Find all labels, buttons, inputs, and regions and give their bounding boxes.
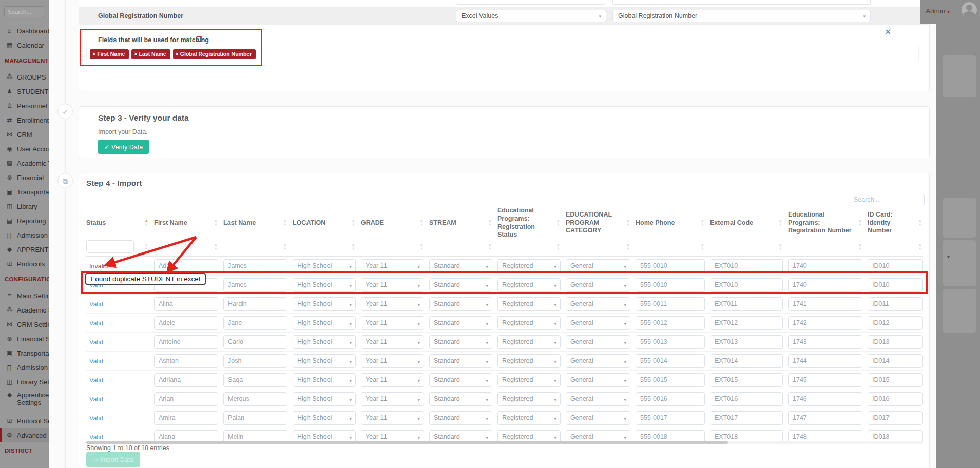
sidebar-item-library[interactable]: ◫Library <box>0 199 49 213</box>
row-3-stream-select[interactable]: Standard▾ <box>429 297 492 311</box>
sort-icons[interactable]: ▲▼ <box>352 219 355 227</box>
check-all-icon[interactable]: ☑ <box>185 35 192 44</box>
row-4-home-phone-input[interactable] <box>636 316 705 330</box>
sidebar-item-students[interactable]: ♟STUDENTS <box>0 84 49 99</box>
row-3-location-select[interactable]: High School▾ <box>293 297 356 311</box>
row-8-last-name-input[interactable] <box>223 392 287 406</box>
column-header-stream[interactable]: STREAM▲▼ <box>429 219 492 227</box>
row-3-program-category-select[interactable]: General▾ <box>566 297 630 311</box>
sort-icons[interactable]: ▲▼ <box>779 243 782 251</box>
row-2-registration-status-select[interactable]: Registered▾ <box>497 278 561 292</box>
sort-icons[interactable]: ▲▼ <box>918 243 922 251</box>
row-4-program-category-select[interactable]: General▾ <box>566 316 630 330</box>
target-dropdown[interactable]: Global Registration Number ▾ <box>612 10 871 22</box>
scrollbar-thumb[interactable] <box>86 441 728 444</box>
sort-icons[interactable]: ▲▼ <box>556 243 560 251</box>
row-4-grade-select[interactable]: Year 11▾ <box>361 316 424 330</box>
table-search-input[interactable] <box>849 193 925 206</box>
sidebar-search-input[interactable] <box>4 6 44 17</box>
row-7-program-category-select[interactable]: General▾ <box>566 373 630 387</box>
sidebar-item-main-settings[interactable]: ≡Main Settings <box>0 288 49 303</box>
sort-icons[interactable]: ▲▼ <box>701 243 704 251</box>
row-3-last-name-input[interactable] <box>223 297 287 311</box>
sidebar-item-protocols[interactable]: ⊞Protocols <box>0 257 49 271</box>
column-header-external-code[interactable]: External Code▲▼ <box>710 219 783 227</box>
row-5-identity-number-input[interactable] <box>868 335 923 349</box>
sort-icons[interactable]: ▲▼ <box>214 219 218 227</box>
row-3-external-code-input[interactable] <box>710 297 783 311</box>
matching-tag-last-name[interactable]: ×Last Name <box>131 49 170 59</box>
tag-remove-icon[interactable]: × <box>134 51 137 57</box>
column-header-educational-programs-registration-number[interactable]: Educational Programs: Registration Numbe… <box>788 211 862 235</box>
column-header-educational-program-category[interactable]: EDUCATIONAL PROGRAM CATEGORY▲▼ <box>566 211 630 235</box>
sort-icons[interactable]: ▲▼ <box>918 219 922 227</box>
row-6-home-phone-input[interactable] <box>636 354 705 368</box>
sidebar-item-apprenticeship[interactable]: ◆APPRENTICESHIP <box>0 242 49 257</box>
row-8-identity-number-input[interactable] <box>868 392 923 406</box>
row-2-stream-select[interactable]: Standard▾ <box>429 278 492 292</box>
sort-icons[interactable]: ▲▼ <box>626 219 630 227</box>
row-6-external-code-input[interactable] <box>710 354 783 368</box>
sidebar-item-dashboard[interactable]: ⌂Dashboard <box>0 24 49 38</box>
column-header-location[interactable]: LOCATION▲▼ <box>293 219 356 227</box>
row-9-identity-number-input[interactable] <box>868 411 923 425</box>
row-1-first-name-input[interactable] <box>154 259 218 273</box>
row-9-stream-select[interactable]: Standard▾ <box>429 411 492 425</box>
row-9-registration-status-select[interactable]: Registered▾ <box>497 411 561 425</box>
row-9-program-category-select[interactable]: General▾ <box>566 411 630 425</box>
column-header-educational-programs-registration-status[interactable]: Educational Programs: Registration Statu… <box>497 207 561 239</box>
column-header-last-name[interactable]: Last Name▲▼ <box>223 219 287 227</box>
row-9-home-phone-input[interactable] <box>636 411 705 425</box>
sidebar-item-library-settings[interactable]: ◫Library Settings <box>0 375 49 389</box>
row-5-external-code-input[interactable] <box>710 335 783 349</box>
row-8-registration-status-select[interactable]: Registered▾ <box>497 392 561 406</box>
row-7-registration-status-select[interactable]: Registered▾ <box>497 373 561 387</box>
birthdate-source-dropdown[interactable] <box>456 0 606 5</box>
row-7-grade-select[interactable]: Year 11▾ <box>361 373 424 387</box>
sidebar-item-apprenticeship-settings[interactable]: ◆Apprenticeship Settings <box>0 389 49 414</box>
column-header-home-phone[interactable]: Home Phone▲▼ <box>636 219 705 227</box>
row-9-grade-select[interactable]: Year 11▾ <box>361 411 424 425</box>
row-6-location-select[interactable]: High School▾ <box>293 354 356 368</box>
row-9-registration-number-input[interactable] <box>788 411 862 425</box>
row-7-identity-number-input[interactable] <box>868 373 923 387</box>
row-3-registration-number-input[interactable] <box>788 297 862 311</box>
sort-icons[interactable]: ▲▼ <box>420 219 424 227</box>
row-1-registration-number-input[interactable] <box>788 259 862 273</box>
source-dropdown[interactable]: Excel Values ▾ <box>456 10 606 22</box>
column-header-grade[interactable]: GRADE▲▼ <box>361 219 424 227</box>
row-4-stream-select[interactable]: Standard▾ <box>429 316 492 330</box>
row-7-stream-select[interactable]: Standard▾ <box>429 373 492 387</box>
sidebar-item-reporting[interactable]: ▤Reporting <box>0 213 49 228</box>
sidebar-item-admission[interactable]: ∏Admission <box>0 228 49 242</box>
sort-icons[interactable]: ▲▼ <box>214 243 218 251</box>
birthdate-target-dropdown[interactable] <box>612 0 871 5</box>
row-3-registration-status-select[interactable]: Registered▾ <box>497 297 561 311</box>
row-1-external-code-input[interactable] <box>710 259 783 273</box>
row-6-last-name-input[interactable] <box>223 354 287 368</box>
sort-icons[interactable]: ▲▼ <box>701 219 704 227</box>
row-1-location-select[interactable]: High School▾ <box>293 259 356 273</box>
row-2-registration-number-input[interactable] <box>788 278 862 292</box>
row-4-external-code-input[interactable] <box>710 316 783 330</box>
row-6-registration-status-select[interactable]: Registered▾ <box>497 354 561 368</box>
row-4-registration-number-input[interactable] <box>788 316 862 330</box>
sort-icons[interactable]: ▲▼ <box>283 219 287 227</box>
row-2-home-phone-input[interactable] <box>636 278 705 292</box>
row-8-home-phone-input[interactable] <box>636 392 705 406</box>
row-8-registration-number-input[interactable] <box>788 392 862 406</box>
row-5-registration-status-select[interactable]: Registered▾ <box>497 335 561 349</box>
sidebar-item-academic-tasks[interactable]: ▩Academic Tasks <box>0 156 49 170</box>
row-7-home-phone-input[interactable] <box>636 373 705 387</box>
row-4-last-name-input[interactable] <box>223 316 287 330</box>
sort-icons[interactable]: ▲▼ <box>145 243 148 251</box>
sort-icons[interactable]: ▲▼ <box>779 219 782 227</box>
sort-icons[interactable]: ▲▼ <box>858 243 862 251</box>
row-5-first-name-input[interactable] <box>154 335 218 349</box>
column-header-id-card-identity-number[interactable]: ID Card: Identity Number▲▼ <box>868 211 923 235</box>
row-6-identity-number-input[interactable] <box>868 354 923 368</box>
sidebar-item-calendar[interactable]: ▦Calendar <box>0 38 49 52</box>
matching-tag-first-name[interactable]: ×First Name <box>90 49 129 59</box>
row-4-first-name-input[interactable] <box>154 316 218 330</box>
tag-remove-icon[interactable]: × <box>176 51 179 57</box>
